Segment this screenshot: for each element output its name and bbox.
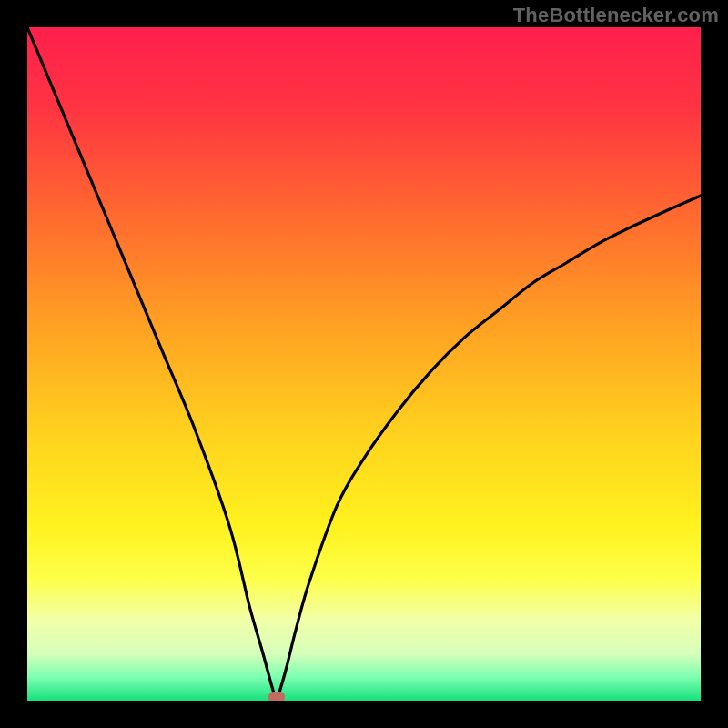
bottleneck-curve <box>27 27 701 701</box>
plot-area <box>27 27 701 701</box>
optimal-point-marker <box>268 692 285 701</box>
watermark-text: TheBottlenecker.com <box>513 4 719 27</box>
chart-frame: TheBottlenecker.com <box>0 0 728 728</box>
